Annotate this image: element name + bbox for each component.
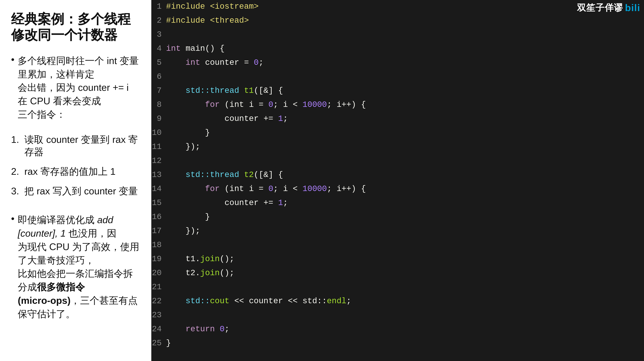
code-line: 12 [151,156,644,170]
slide-title: 经典案例：多个线程修改同一个计数器 [11,11,140,43]
line-content: int main() { [166,44,224,52]
code-line: 11 }); [151,142,644,156]
line-content: } [166,339,171,347]
line-content: std::thread t1([&] { [166,86,283,95]
line-content: }); [166,143,200,151]
line-number: 16 [151,212,166,222]
line-content: } [166,213,210,221]
line-number: 2 [151,16,166,25]
bullet2-item: • 即使编译器优化成 add [counter], 1 也没用，因为现代 CPU… [11,213,140,320]
code-line: 4int main() { [151,44,644,58]
bullet2-section: • 即使编译器优化成 add [counter], 1 也没用，因为现代 CPU… [11,213,140,324]
code-line: 3 [151,30,644,44]
line-number: 18 [151,240,166,250]
code-line: 25} [151,338,644,352]
line-number: 24 [151,324,166,334]
code-line: 6 [151,72,644,86]
numbered-text-1: 读取 counter 变量到 rax 寄存器 [24,134,140,158]
line-number: 25 [151,338,166,348]
code-line: 7 std::thread t1([&] { [151,86,644,100]
line-number: 11 [151,142,166,151]
line-content: int counter = 0; [166,58,264,67]
watermark-site: bili [625,2,640,13]
line-content: std::thread t2([&] { [166,171,283,179]
bullet2-dot: • [11,213,14,224]
line-number: 22 [151,296,166,306]
left-panel: 经典案例：多个线程修改同一个计数器 • 多个线程同时往一个 int 变量里累加，… [0,0,151,361]
line-content: #include <thread> [166,16,249,24]
code-line: 20 t2.join(); [151,268,644,282]
numbered-text-2: rax 寄存器的值加上 1 [24,165,116,178]
code-line: 16 } [151,212,644,226]
line-number: 8 [151,100,166,109]
line-content: #include <iostream> [166,2,259,10]
watermark-name: 双笙子佯谬 [577,2,623,14]
line-content: for (int i = 0; i < 10000; i++) { [166,185,366,193]
line-number: 10 [151,128,166,137]
line-content: t1.join(); [166,255,234,263]
numbered-label-1: 1. [11,134,24,146]
line-number: 5 [151,58,166,67]
line-number: 7 [151,86,166,95]
line-number: 9 [151,114,166,123]
code-line: 17 }); [151,226,644,240]
code-line: 9 counter += 1; [151,114,644,128]
numbered-list: 1. 读取 counter 变量到 rax 寄存器 2. rax 寄存器的值加上… [11,134,140,204]
line-number: 19 [151,254,166,264]
line-content: t2.join(); [166,269,234,277]
code-line: 22 std::cout << counter << std::endl; [151,296,644,310]
code-line: 10 } [151,128,644,142]
line-content: for (int i = 0; i < 10000; i++) { [166,100,366,109]
bullet2-text: 即使编译器优化成 add [counter], 1 也没用，因为现代 CPU 为… [18,213,140,320]
numbered-text-3: 把 rax 写入到 counter 变量 [24,185,138,198]
line-number: 13 [151,170,166,180]
bullet1-item: • 多个线程同时往一个 int 变量里累加，这样肯定会出错，因为 counter… [11,54,140,121]
line-number: 20 [151,268,166,278]
code-line: 18 [151,240,644,254]
numbered-label-3: 3. [11,185,24,198]
code-line: 13 std::thread t2([&] { [151,170,644,184]
code-line: 23 [151,310,644,324]
code-line: 21 [151,282,644,296]
code-line: 2#include <thread> [151,16,644,30]
watermark: 双笙子佯谬 bili [577,2,640,14]
bullet1-dot: • [11,54,14,65]
line-content: counter += 1; [166,114,288,123]
line-number: 12 [151,156,166,165]
line-content: return 0; [166,325,229,333]
line-number: 23 [151,310,166,320]
line-number: 6 [151,72,166,81]
line-content: }); [166,227,200,235]
line-number: 4 [151,44,166,53]
numbered-item-1: 1. 读取 counter 变量到 rax 寄存器 [11,134,140,158]
line-number: 17 [151,226,166,236]
numbered-item-3: 3. 把 rax 写入到 counter 变量 [11,185,140,198]
code-line: 24 return 0; [151,324,644,338]
code-line: 1#include <iostream> [151,2,644,16]
line-content: std::cout << counter << std::endl; [166,297,351,305]
code-line: 15 counter += 1; [151,198,644,212]
code-line: 8 for (int i = 0; i < 10000; i++) { [151,100,644,114]
code-area: 1#include <iostream>2#include <thread>34… [151,0,644,361]
bullet1-section: • 多个线程同时往一个 int 变量里累加，这样肯定会出错，因为 counter… [11,54,140,124]
bullet1-text: 多个线程同时往一个 int 变量里累加，这样肯定会出错，因为 counter +… [18,54,140,121]
line-content: counter += 1; [166,199,288,207]
code-line: 14 for (int i = 0; i < 10000; i++) { [151,184,644,198]
code-line: 19 t1.join(); [151,254,644,268]
numbered-label-2: 2. [11,165,24,178]
line-number: 14 [151,184,166,194]
line-number: 21 [151,282,166,292]
line-number: 15 [151,198,166,208]
line-content: } [166,129,210,137]
code-line: 5 int counter = 0; [151,58,644,72]
numbered-item-2: 2. rax 寄存器的值加上 1 [11,165,140,178]
right-panel: 双笙子佯谬 bili 1#include <iostream>2#include… [151,0,644,361]
line-number: 3 [151,30,166,39]
line-number: 1 [151,2,166,11]
